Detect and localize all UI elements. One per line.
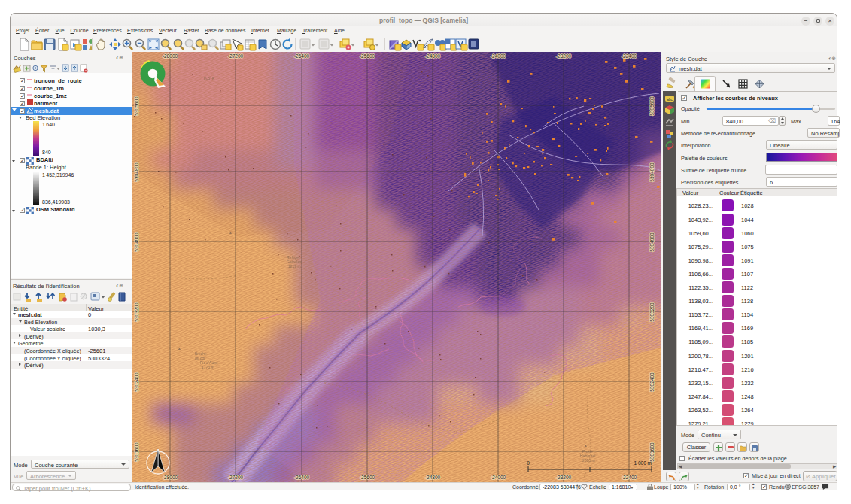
svg-text:-23200: -23200 (556, 53, 572, 59)
svg-text:-22400: -22400 (622, 475, 637, 480)
svg-text:-24000: -24000 (491, 53, 506, 59)
svg-text:5302400: 5302400 (134, 372, 139, 392)
svg-text:5303200: 5303200 (649, 302, 655, 322)
svg-text:5305600: 5305600 (649, 96, 655, 116)
svg-text:1 000 m: 1 000 m (634, 460, 652, 466)
svg-text:-25600: -25600 (360, 53, 375, 59)
svg-text:-24000: -24000 (491, 475, 506, 480)
svg-text:-27200: -27200 (228, 475, 244, 480)
svg-text:1773 m: 1773 m (202, 365, 214, 369)
svg-text:▲: ▲ (229, 230, 233, 235)
svg-text:-23200: -23200 (556, 475, 572, 480)
svg-text:-26400: -26400 (294, 475, 310, 480)
svg-text:5305600: 5305600 (134, 96, 139, 116)
svg-text:▲: ▲ (584, 443, 588, 448)
svg-text:5301600: 5301600 (134, 442, 139, 462)
svg-text:-26400: -26400 (294, 53, 310, 59)
svg-text:-28000: -28000 (163, 53, 178, 59)
svg-text:-27200: -27200 (228, 53, 244, 59)
svg-text:5302400: 5302400 (649, 372, 655, 392)
svg-text:2006 m: 2006 m (582, 458, 595, 463)
svg-text:-25600: -25600 (360, 475, 375, 480)
svg-text:-22400: -22400 (622, 53, 637, 59)
svg-text:-28000: -28000 (163, 475, 178, 480)
svg-text:abc: abc (667, 97, 673, 102)
svg-text:5301600: 5301600 (649, 442, 655, 462)
svg-text:5304800: 5304800 (134, 162, 139, 182)
svg-text:0: 0 (527, 460, 530, 466)
svg-text:5303200: 5303200 (134, 302, 139, 322)
svg-text:▲: ▲ (178, 346, 181, 351)
svg-text:D-918: D-918 (204, 77, 214, 81)
svg-text:5304800: 5304800 (649, 162, 655, 182)
svg-text:-24800: -24800 (425, 53, 441, 59)
svg-text:1219 m: 1219 m (288, 264, 301, 269)
svg-text:5304000: 5304000 (134, 232, 139, 252)
svg-text:5304000: 5304000 (649, 232, 655, 252)
svg-text:-24800: -24800 (425, 475, 441, 480)
